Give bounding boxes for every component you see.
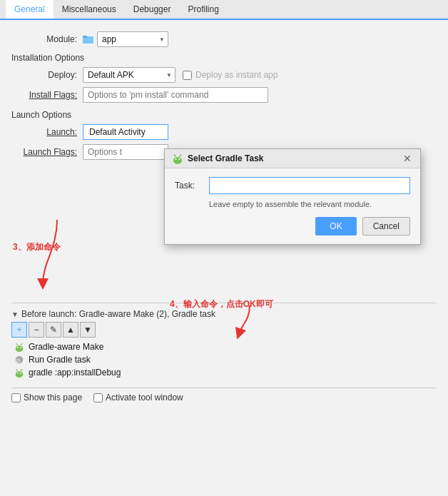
svg-line-21 [16, 370, 17, 371]
select-gradle-task-dialog: Select Gradle Task ✕ Task: :app:installD… [164, 148, 421, 245]
before-launch-section: ▼ Before launch: Gradle-aware Make (2), … [11, 303, 437, 379]
tab-general[interactable]: General [6, 0, 54, 20]
launch-value[interactable]: Default Activity [83, 124, 168, 140]
tab-bar: General Miscellaneous Debugger Profiling [0, 0, 448, 20]
dialog-cancel-button[interactable]: Cancel [362, 217, 410, 236]
show-page-checkbox[interactable] [11, 393, 21, 403]
launch-row: Launch: Default Activity [11, 124, 437, 140]
dialog-task-input[interactable]: :app:installDebug [209, 177, 410, 194]
dialog-titlebar: Select Gradle Task ✕ [165, 149, 420, 168]
svg-rect-2 [83, 36, 87, 38]
launch-flags-input[interactable] [83, 144, 168, 160]
launch-label: Launch: [11, 127, 83, 137]
install-section-title: Installation Options [11, 53, 437, 63]
activate-tool-label: Activate tool window [106, 393, 183, 403]
android-icon-2 [14, 368, 24, 378]
install-flags-input[interactable] [83, 87, 268, 103]
activate-tool-checkbox-label[interactable]: Activate tool window [93, 393, 183, 403]
launch-item-3-text: gradle :app:installDebug [29, 368, 121, 378]
deploy-instant-checkbox[interactable] [183, 71, 192, 80]
deploy-select-wrapper[interactable]: Default APK [83, 67, 175, 83]
deploy-label-text: Deploy: [48, 70, 77, 80]
android-title-icon [172, 153, 183, 164]
list-item: Gradle-aware Make [11, 340, 437, 353]
dialog-body: Task: :app:installDebug Leave empty to a… [165, 168, 420, 244]
svg-point-20 [20, 373, 21, 374]
deploy-select[interactable]: Default APK [83, 67, 175, 83]
deploy-row: Deploy: Default APK Deploy as instant ap… [11, 67, 437, 83]
list-item: gradle :app:installDebug [11, 366, 437, 379]
dialog-hint: Leave empty to assemble the relevant mod… [209, 200, 410, 208]
module-label: Module: [11, 34, 83, 44]
deploy-instant-label[interactable]: Deploy as instant app [183, 70, 278, 80]
dialog-buttons: OK Cancel [175, 217, 410, 236]
svg-point-19 [17, 373, 19, 374]
deploy-label: Deploy: [11, 70, 83, 80]
svg-rect-10 [16, 346, 23, 350]
svg-text:G: G [16, 358, 20, 363]
before-launch-header: ▼ Before launch: Gradle-aware Make (2), … [11, 309, 437, 319]
chevron-icon[interactable]: ▼ [11, 310, 19, 318]
android-icon-1 [14, 342, 24, 352]
folder-icon [83, 34, 94, 44]
add-task-button[interactable]: + [11, 322, 27, 338]
tab-profiling[interactable]: Profiling [179, 0, 227, 20]
tab-debugger[interactable]: Debugger [125, 0, 180, 20]
gradle-icon: G [14, 355, 24, 365]
launch-flags-label: Launch Flags: [11, 147, 83, 157]
install-flags-label: Install Flags: [11, 90, 83, 100]
svg-line-13 [16, 344, 17, 345]
launch-item-2-text: Run Gradle task [29, 355, 91, 365]
svg-point-12 [20, 347, 21, 348]
edit-task-button[interactable]: ✎ [46, 322, 61, 338]
svg-rect-18 [16, 372, 23, 375]
dialog-close-button[interactable]: ✕ [402, 153, 413, 164]
install-flags-row: Install Flags: [11, 87, 437, 103]
annotation-1: 3、添加命令 [13, 241, 61, 253]
module-select-wrapper[interactable]: app [97, 31, 168, 47]
move-up-button[interactable]: ▲ [63, 322, 78, 338]
dialog-ok-button[interactable]: OK [315, 217, 356, 236]
dialog-title-text: Select Gradle Task [188, 153, 264, 163]
dialog-task-row: Task: :app:installDebug [175, 177, 410, 194]
svg-rect-4 [174, 158, 181, 162]
remove-task-button[interactable]: − [29, 322, 44, 338]
list-item: G Run Gradle task [11, 353, 437, 366]
svg-line-14 [21, 344, 22, 345]
show-page-checkbox-label[interactable]: Show this page [11, 393, 82, 403]
svg-line-7 [175, 155, 176, 156]
annotation-2: 4、输入命令，点击OK即可 [170, 298, 273, 310]
show-page-label: Show this page [24, 393, 82, 403]
before-launch-title: Before launch: Gradle-aware Make (2), Gr… [21, 309, 215, 319]
svg-point-5 [175, 158, 177, 160]
launch-item-1-text: Gradle-aware Make [29, 342, 103, 352]
launch-toolbar: + − ✎ ▲ ▼ [11, 322, 437, 338]
activate-tool-checkbox[interactable] [93, 393, 103, 403]
bottom-checkboxes: Show this page Activate tool window [11, 388, 437, 403]
module-select[interactable]: app [97, 31, 168, 47]
module-row: Module: app [11, 31, 437, 47]
dialog-task-label: Task: [175, 181, 203, 191]
svg-line-22 [21, 370, 22, 371]
svg-point-11 [17, 347, 19, 348]
svg-line-8 [180, 155, 181, 156]
svg-point-6 [179, 158, 180, 160]
launch-section-title: Launch Options [11, 110, 437, 120]
move-down-button[interactable]: ▼ [80, 322, 96, 338]
main-content: Module: app Installation Options Deploy:… [0, 20, 448, 410]
tab-miscellaneous[interactable]: Miscellaneous [54, 0, 125, 20]
